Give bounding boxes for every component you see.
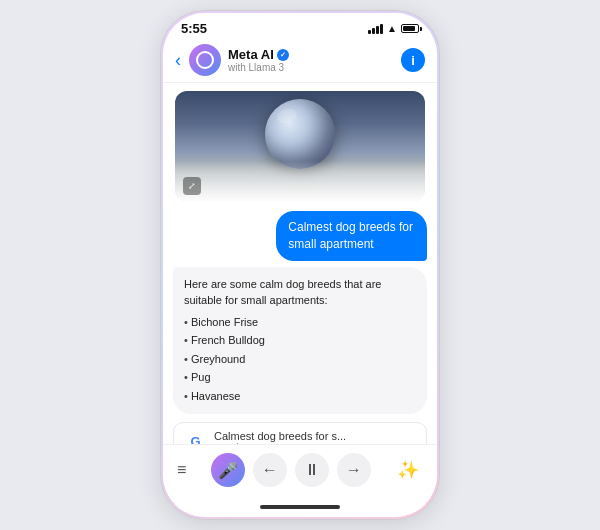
user-message: Calmest dog breeds for small apartment [276,211,427,261]
mic-button[interactable]: 🎤 [211,453,245,487]
google-logo-icon: G [184,431,206,444]
list-item: Bichone Frise [184,313,416,332]
signal-icon [368,24,383,34]
list-item: Greyhound [184,350,416,369]
pause-button[interactable]: ⏸ [295,453,329,487]
info-button[interactable]: i [401,48,425,72]
verified-badge [277,49,289,61]
phone-frame: 5:55 ▲ ‹ Meta AI [160,10,440,520]
chat-header: ‹ Meta AI with Llama 3 i [163,40,437,83]
toolbar-left: ≡ [177,461,188,479]
menu-icon[interactable]: ≡ [177,461,186,479]
wifi-icon: ▲ [387,23,397,34]
user-bubble: Calmest dog breeds for small apartment [276,211,427,261]
back-button[interactable]: ‹ [175,50,181,71]
breed-list: Bichone Frise French Bulldog Greyhound P… [184,313,416,406]
google-search-card[interactable]: G Calmest dog breeds for s... google.com [173,422,427,444]
battery-icon [401,24,419,33]
ai-response-intro: Here are some calm dog breeds that are s… [184,276,416,309]
back-button-media[interactable]: ← [253,453,287,487]
toolbar-center: 🎤 ← ⏸ → [211,453,371,487]
google-card-content: Calmest dog breeds for s... google.com [214,430,346,444]
bottom-toolbar: ≡ 🎤 ← ⏸ → ✨ [163,444,437,497]
expand-icon[interactable]: ⤢ [183,177,201,195]
planet [265,99,335,169]
planet-illustration [265,99,335,169]
home-bar [260,505,340,509]
list-item: French Bulldog [184,331,416,350]
status-icons: ▲ [368,23,419,34]
google-card-title: Calmest dog breeds for s... [214,430,346,442]
phone-inner: 5:55 ▲ ‹ Meta AI [163,13,437,517]
list-item: Pug [184,368,416,387]
chat-area: ⤢ Calmest dog breeds for small apartment… [163,83,437,444]
header-text: Meta AI with Llama 3 [228,47,401,73]
meta-ai-logo [196,51,214,69]
contact-name: Meta AI [228,47,401,62]
status-time: 5:55 [181,21,207,36]
status-bar: 5:55 ▲ [163,13,437,40]
ai-generated-image: ⤢ [175,91,425,201]
sparkle-button[interactable]: ✨ [393,455,423,485]
header-subtitle: with Llama 3 [228,62,401,73]
home-indicator [163,497,437,517]
avatar [189,44,221,76]
forward-button[interactable]: → [337,453,371,487]
clouds [175,161,425,201]
list-item: Havanese [184,387,416,406]
ai-response-bubble: Here are some calm dog breeds that are s… [173,267,427,415]
